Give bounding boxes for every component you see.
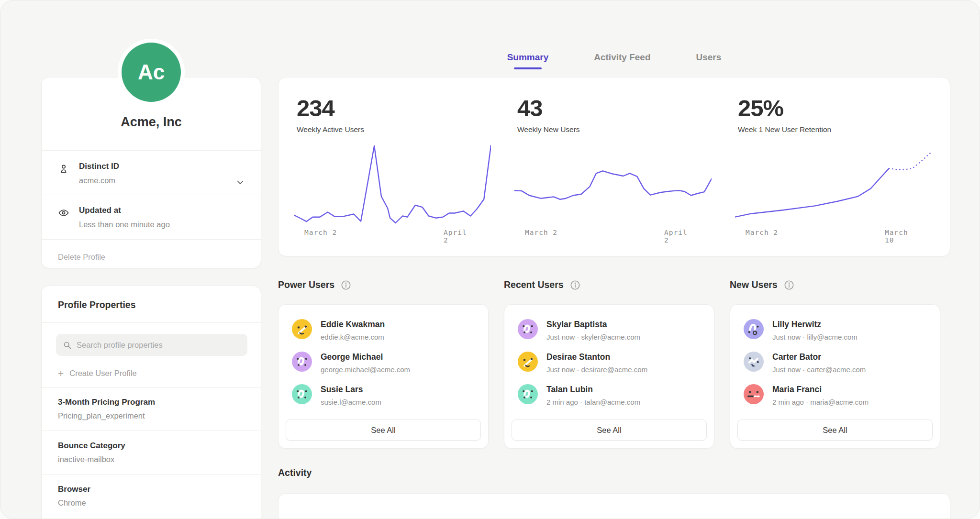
user-row[interactable]: George Michael george.michael@acme.com	[292, 352, 475, 374]
user-row[interactable]: Skylar Baptista Just now · skyler@acme.c…	[518, 319, 701, 341]
divider	[42, 239, 261, 240]
profile-properties-card: Profile Properties + Create User Profile…	[41, 286, 261, 519]
user-row[interactable]: Talan Lubin 2 min ago · talan@acme.com	[518, 384, 701, 406]
stat-label: Week 1 New User Retention	[738, 125, 945, 134]
power-users-header: Power Users	[278, 279, 351, 290]
chart-x-axis: March 2 April 2	[514, 229, 712, 238]
recent-users-card: Skylar Baptista Just now · skyler@acme.c…	[504, 304, 714, 449]
divider	[42, 195, 261, 195]
user-row[interactable]: Carter Bator Just now · carter@acme.com	[744, 352, 926, 374]
eye-icon	[58, 207, 69, 219]
stat-label: Weekly Active Users	[297, 125, 504, 134]
create-user-profile-label: Create User Profile	[69, 369, 136, 378]
company-name: Acme, Inc	[42, 115, 261, 130]
search-input[interactable]	[77, 341, 241, 350]
see-all-button[interactable]: See All	[737, 420, 933, 441]
user-name: Carter Bator	[772, 352, 866, 362]
new-users-header: New Users	[730, 279, 794, 290]
create-user-profile-button[interactable]: + Create User Profile	[58, 368, 137, 378]
distinct-id-row[interactable]: Distinct ID acme.com	[42, 162, 261, 185]
user-avatar	[518, 352, 538, 372]
user-row[interactable]: Desirae Stanton Just now · desirare@acme…	[518, 352, 701, 374]
x-tick: March 10	[885, 229, 916, 244]
stat-weekly-new-users: 43 Weekly New Users March 2 April 2	[504, 77, 724, 256]
info-icon[interactable]	[341, 280, 351, 290]
chart-x-axis: March 2 March 10	[735, 229, 932, 238]
activity-stat: 940	[504, 507, 724, 519]
user-row[interactable]: Eddie Kwakman eddie.k@acme.com	[292, 319, 475, 341]
property-row[interactable]: Bounce Category inactive-mailbox	[42, 431, 261, 474]
user-detail: 2 min ago · maria@acme.com	[772, 398, 869, 406]
property-name: Browser	[58, 485, 245, 494]
user-detail: Just now · lilly@acme.com	[772, 333, 858, 341]
section-title: Recent Users	[504, 279, 564, 290]
stat-week1-retention: 25% Week 1 New User Retention March 2 Ma…	[724, 77, 945, 256]
updated-at-row: Updated at Less than one minute ago	[42, 206, 261, 229]
user-name: Skylar Baptista	[546, 320, 640, 330]
user-avatar	[292, 352, 312, 372]
stat-value: 234	[297, 95, 504, 121]
user-profile-dashboard: Ac Acme, Inc Distinct ID acme.com	[0, 0, 980, 519]
stat-label: Weekly New Users	[517, 125, 724, 134]
activity-section-title: Activity	[278, 467, 312, 478]
chevron-down-icon[interactable]	[236, 178, 245, 187]
user-name: Lilly Herwitz	[772, 320, 858, 330]
section-title: New Users	[730, 279, 778, 290]
stat-value: 25%	[738, 95, 945, 121]
tab-activity-feed[interactable]: Activity Feed	[594, 52, 650, 69]
user-avatar	[518, 319, 538, 339]
updated-at-value: Less than one minute ago	[79, 220, 245, 229]
delete-profile-button[interactable]: Delete Profile	[58, 253, 105, 262]
user-detail: Just now · desirare@acme.com	[546, 365, 647, 374]
user-name: Desirae Stanton	[546, 352, 647, 362]
stat-value: 43	[517, 95, 724, 121]
divider	[42, 150, 261, 151]
weekly-active-users-chart	[294, 144, 491, 224]
company-avatar: Ac	[122, 43, 181, 102]
properties-list: 3-Month Pricing Program Pricing_plan_exp…	[42, 387, 261, 518]
see-all-button[interactable]: See All	[286, 420, 481, 441]
divider	[42, 322, 261, 323]
property-row[interactable]: 3-Month Pricing Program Pricing_plan_exp…	[42, 387, 261, 431]
summary-stats-card: 234 Weekly Active Users March 2 April 2 …	[278, 77, 950, 256]
tab-summary[interactable]: Summary	[507, 52, 549, 69]
x-tick: April 2	[664, 229, 696, 244]
property-value: Chrome	[58, 498, 245, 508]
user-row[interactable]: Lilly Herwitz Just now · lilly@acme.com	[744, 319, 926, 341]
activity-stat: 234	[283, 507, 504, 519]
property-value: inactive-mailbox	[58, 455, 245, 464]
week1-retention-chart	[735, 144, 932, 224]
user-name: George Michael	[321, 352, 410, 362]
property-name: Bounce Category	[58, 441, 245, 451]
chart-x-axis: March 2 April 2	[294, 229, 491, 238]
user-avatar	[518, 384, 538, 404]
user-detail: susie.l@acme.com	[321, 398, 381, 406]
user-row[interactable]: Maria Franci 2 min ago · maria@acme.com	[744, 384, 926, 406]
property-row[interactable]: Browser Chrome	[42, 475, 261, 518]
user-name: Eddie Kwakman	[321, 320, 385, 330]
user-avatar	[292, 384, 312, 404]
person-icon	[58, 163, 69, 175]
weekly-new-users-chart	[514, 144, 712, 224]
x-tick: March 2	[304, 229, 337, 236]
info-icon[interactable]	[570, 280, 580, 290]
user-avatar	[744, 384, 764, 404]
user-detail: 2 min ago · talan@acme.com	[546, 398, 640, 406]
x-tick: April 2	[444, 229, 475, 244]
user-detail: Just now · skyler@acme.com	[546, 333, 640, 341]
new-users-card: Lilly Herwitz Just now · lilly@acme.com …	[730, 304, 940, 449]
info-icon[interactable]	[784, 280, 794, 290]
tab-bar: Summary Activity Feed Users	[278, 52, 950, 69]
power-users-card: Eddie Kwakman eddie.k@acme.com George Mi…	[278, 304, 489, 449]
user-detail: Just now · carter@acme.com	[772, 365, 866, 374]
property-value: Pricing_plan_experiment	[58, 411, 245, 420]
user-detail: eddie.k@acme.com	[321, 333, 385, 341]
user-detail: george.michael@acme.com	[321, 365, 410, 374]
tab-users[interactable]: Users	[696, 52, 722, 69]
user-name: Talan Lubin	[546, 385, 640, 395]
profile-card: Acme, Inc Distinct ID acme.com	[41, 77, 261, 268]
see-all-button[interactable]: See All	[512, 420, 707, 441]
search-profile-properties[interactable]	[56, 334, 247, 356]
user-row[interactable]: Susie Lars susie.l@acme.com	[292, 384, 475, 406]
updated-at-label: Updated at	[79, 206, 245, 215]
